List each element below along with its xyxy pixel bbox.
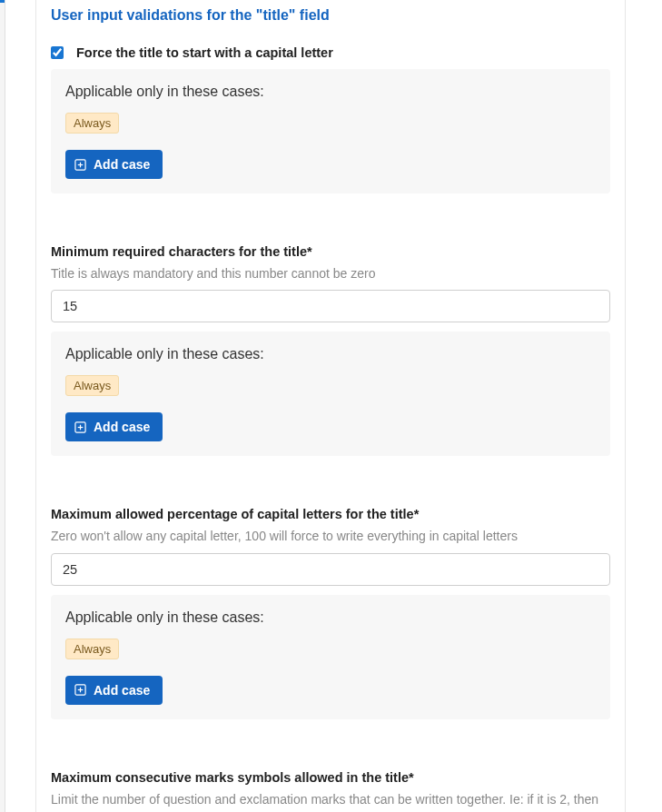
max-capital-pct-label: Maximum allowed percentage of capital le…	[51, 507, 610, 521]
max-marks-hint: Limit the number of question and exclama…	[51, 790, 610, 812]
outer-panel: User input validations for the "title" f…	[5, 0, 662, 812]
min-chars-group: Minimum required characters for the titl…	[51, 244, 610, 332]
plus-square-icon	[74, 684, 86, 696]
force-capital-checkbox[interactable]	[51, 46, 64, 59]
max-capital-pct-group: Maximum allowed percentage of capital le…	[51, 507, 610, 594]
min-chars-label: Minimum required characters for the titl…	[51, 244, 610, 259]
applicable-heading: Applicable only in these cases:	[65, 609, 596, 626]
applicable-heading: Applicable only in these cases:	[65, 84, 596, 100]
case-tag-always[interactable]: Always	[65, 375, 119, 396]
max-marks-label: Maximum consecutive marks symbols allowe…	[51, 770, 610, 785]
add-case-label: Add case	[94, 420, 150, 434]
add-case-label: Add case	[94, 157, 150, 172]
add-case-label: Add case	[94, 683, 150, 698]
add-case-button[interactable]: Add case	[65, 676, 163, 705]
section-title: User input validations for the "title" f…	[51, 7, 610, 24]
form-panel: User input validations for the "title" f…	[35, 0, 626, 812]
min-chars-hint: Title is always mandatory and this numbe…	[51, 264, 610, 282]
plus-square-icon	[74, 159, 86, 171]
max-marks-group: Maximum consecutive marks symbols allowe…	[51, 770, 610, 812]
case-tag-always[interactable]: Always	[65, 113, 119, 134]
add-case-button[interactable]: Add case	[65, 150, 163, 179]
add-case-button[interactable]: Add case	[65, 412, 163, 441]
min-chars-input[interactable]	[51, 290, 610, 322]
min-chars-cases-block: Applicable only in these cases: Always A…	[51, 332, 610, 456]
max-capital-pct-hint: Zero won't allow any capital letter, 100…	[51, 527, 610, 545]
force-capital-label: Force the title to start with a capital …	[76, 45, 333, 60]
force-capital-cases-block: Applicable only in these cases: Always A…	[51, 69, 610, 193]
case-tag-always[interactable]: Always	[65, 639, 119, 659]
max-capital-pct-cases-block: Applicable only in these cases: Always A…	[51, 595, 610, 719]
force-capital-row: Force the title to start with a capital …	[51, 45, 610, 60]
max-capital-pct-input[interactable]	[51, 553, 610, 586]
applicable-heading: Applicable only in these cases:	[65, 346, 596, 362]
plus-square-icon	[74, 421, 86, 433]
